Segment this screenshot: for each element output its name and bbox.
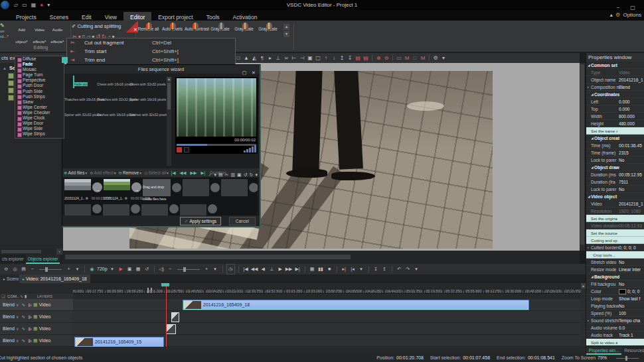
- quick-style-remove-all[interactable]: Remove all: [137, 21, 160, 33]
- transition-slot[interactable]: [131, 204, 140, 213]
- bounds-icon[interactable]: ▭: [396, 53, 402, 63]
- track-header-2[interactable]: Blend∨∿▮▦Video: [0, 311, 73, 323]
- set-same-size-button[interactable]: Set the same size as the parent: [586, 127, 644, 135]
- timeline-clip-mini-2[interactable]: [166, 324, 176, 334]
- separator[interactable]: [305, 266, 305, 272]
- transition-slot[interactable]: [249, 183, 258, 192]
- set-cursor-icon[interactable]: ⊥: [268, 264, 276, 274]
- add-object-button[interactable]: Add object*: [13, 22, 31, 46]
- transition-combo-icon[interactable]: [62, 57, 68, 63]
- prev-scene-icon[interactable]: ◀◀: [251, 264, 258, 274]
- property-row[interactable]: Resolution 1920; 1080: [586, 208, 644, 215]
- wizard-maximize-button[interactable]: ▢: [240, 68, 249, 77]
- pause-icon[interactable]: ▮▮: [317, 264, 325, 274]
- audio-wave-icon[interactable]: ∿: [21, 302, 25, 307]
- menu-trim-start[interactable]: ⇤ Trim start Ctrl+Shift+[: [67, 47, 235, 56]
- preview-frame-icon[interactable]: ▣: [126, 264, 133, 274]
- move-up-icon[interactable]: ↑: [323, 53, 329, 63]
- transition-thumb-fade-out[interactable]: Fade out: [64, 76, 97, 88]
- send-back-icon[interactable]: ↧: [347, 53, 353, 63]
- property-row[interactable]: Time (frame) 2315: [586, 149, 644, 156]
- property-row[interactable]: Audio track Track 1: [586, 332, 644, 339]
- gallery-scrollbar[interactable]: ▲: [167, 77, 171, 166]
- drop-zone[interactable]: Drag and drop media files here: [143, 179, 171, 196]
- menu-trim-end[interactable]: ⇥ Trim end Ctrl+Shift+]: [67, 56, 235, 64]
- zoom-in-icon[interactable]: ⊕: [375, 53, 382, 63]
- tl-zoom-out-icon[interactable]: ⊖: [3, 264, 10, 274]
- property-row[interactable]: Left 0.000: [586, 98, 644, 105]
- align-center-icon[interactable]: ≍: [283, 53, 289, 63]
- shape-icon[interactable]: ◭: [251, 53, 258, 63]
- snap-next-icon[interactable]: ▸|: [341, 264, 348, 274]
- separator[interactable]: [372, 55, 372, 61]
- scrollbar-thumb[interactable]: [167, 83, 171, 109]
- property-row[interactable]: Object creation time: [586, 135, 644, 142]
- track-header-3[interactable]: Blend∨∿▮▦Video: [0, 323, 73, 335]
- audio-effects-button[interactable]: Audio effects*: [48, 22, 66, 46]
- playhead-line[interactable]: [166, 283, 167, 347]
- chevron-down-icon[interactable]: ∨: [16, 327, 19, 331]
- property-row[interactable]: Time (ms) 00:01:36.45: [586, 142, 644, 149]
- timeline-lanes[interactable]: 20141216_165409_18 20141216_165409_15: [73, 299, 581, 347]
- transition-item[interactable]: Diffuse: [15, 56, 64, 62]
- transition-item[interactable]: Push Strips: [15, 94, 64, 99]
- media-slot[interactable]: [183, 179, 209, 196]
- transition-slot[interactable]: [92, 204, 102, 213]
- cancel-button[interactable]: Cancel: [229, 217, 256, 225]
- sequence-thumbnail[interactable]: 20151124_1.. ⊗ 00:00:32.958: [104, 179, 130, 202]
- set-source-duration-button[interactable]: Set the source duration: [586, 229, 644, 237]
- transition-arrow-icon[interactable]: →: [92, 182, 102, 192]
- separator[interactable]: [222, 266, 223, 272]
- cursor-icon[interactable]: ▸: [267, 53, 274, 63]
- property-row[interactable]: Common settings: [586, 62, 644, 69]
- move-layer-down-icon[interactable]: ↧: [372, 264, 380, 274]
- separator[interactable]: [368, 266, 369, 272]
- remove-button[interactable]: ⊖Remove▾: [119, 168, 141, 178]
- tab-projects-explorer[interactable]: cts explorer: [0, 255, 26, 264]
- timeline-clip-165409-18[interactable]: 20141216_165409_18: [183, 300, 529, 310]
- transition-thumb-thatches32[interactable]: Thatches with 32x32 pixels: [97, 91, 129, 103]
- mask-icon[interactable]: M: [404, 53, 410, 63]
- separator[interactable]: [429, 55, 430, 61]
- transition-item[interactable]: Wipe Center: [15, 105, 64, 110]
- media-slot[interactable]: [221, 179, 248, 196]
- property-row[interactable]: Audio volume ( 0.0: [586, 324, 644, 332]
- timeline-scrollbar[interactable]: ▲: [581, 283, 586, 347]
- run-wizard-button[interactable]: ✎ un rd...*: [0, 23, 11, 39]
- separator[interactable]: [392, 55, 393, 61]
- transition-item[interactable]: Fade: [15, 62, 64, 67]
- volume-minus-icon[interactable]: −: [167, 264, 174, 274]
- preview-quality-icon[interactable]: ◉: [88, 264, 96, 274]
- align-left-icon[interactable]: ⊢: [291, 53, 297, 63]
- undo-icon[interactable]: ↶: [396, 264, 403, 274]
- transition-item[interactable]: Page Turn: [15, 72, 64, 78]
- snap-prev-icon[interactable]: |◂: [349, 264, 357, 274]
- preview-grid-icon[interactable]: ▦: [135, 264, 142, 274]
- go-prev-icon[interactable]: ◀◀: [179, 168, 187, 178]
- transition-slot[interactable]: [169, 204, 179, 213]
- transition-item[interactable]: Perspective: [15, 78, 64, 83]
- original-size-icon[interactable]: ▢: [315, 53, 321, 63]
- canvas-vertical-scrollbar[interactable]: [580, 63, 585, 251]
- transition-thumb-spiner16[interactable]: Spiner with 16x16 pixels: [129, 91, 162, 103]
- tab-properties-window[interactable]: Properties win...: [586, 347, 621, 355]
- canvas-horizontal-scrollbar[interactable]: [63, 251, 580, 264]
- dialog-title-bar[interactable]: Files sequence wizard ▢✕: [62, 65, 260, 74]
- add-files-button[interactable]: ⊕Add files▾: [64, 168, 87, 178]
- property-row[interactable]: Loop mode Show last f: [586, 295, 644, 302]
- scroll-up-icon[interactable]: ▲: [581, 283, 586, 288]
- select-tool-icon[interactable]: □: [235, 53, 242, 63]
- chevron-down-icon[interactable]: ∨: [16, 303, 19, 307]
- snap-menu-icon[interactable]: ▾: [358, 264, 365, 274]
- property-row[interactable]: Cutted borders 0; 0; 0; 0: [586, 244, 644, 251]
- tab-video-clip[interactable]: Video: 20141216_165409_18: [19, 274, 90, 283]
- transition-item[interactable]: Mosaic: [15, 67, 64, 72]
- quick-style-grayscale-1[interactable]: Grayscale: [208, 21, 232, 33]
- redo-icon[interactable]: ↷: [404, 264, 412, 274]
- property-row[interactable]: Height 480.000: [586, 120, 644, 127]
- timeline-ruler[interactable]: 00:00.00000:17.75000:35.50000:53.25001:1…: [73, 283, 581, 294]
- video-effects-button[interactable]: Video effects*: [31, 22, 48, 46]
- property-row[interactable]: Resize mode Linear inter: [586, 266, 644, 273]
- scrollbar-thumb[interactable]: [1, 250, 41, 253]
- separator[interactable]: [392, 266, 392, 272]
